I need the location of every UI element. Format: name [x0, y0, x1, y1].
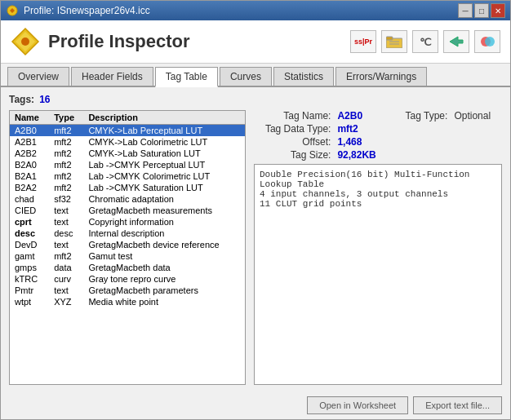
- table-row[interactable]: A2B1mft2CMYK->Lab Colorimetric LUT: [10, 136, 245, 148]
- arrow-button[interactable]: [443, 30, 469, 53]
- col-type: Type: [49, 111, 83, 125]
- cell-name: chad: [10, 193, 49, 205]
- cell-description: Lab ->CMYK Saturation LUT: [83, 182, 245, 193]
- cell-type: mft2: [49, 182, 83, 193]
- cell-name: A2B0: [10, 125, 49, 137]
- cell-type: text: [49, 285, 83, 296]
- table-row[interactable]: CIEDtextGretagMacbeth measurements: [10, 205, 245, 216]
- cell-description: CMYK->Lab Perceptual LUT: [83, 125, 245, 137]
- table-row[interactable]: PmtrtextGretagMacbeth parameters: [10, 285, 245, 296]
- tag-type-value: Optional: [454, 110, 502, 122]
- col-description: Description: [83, 111, 245, 125]
- tag-data-type-value: mft2: [337, 123, 387, 135]
- main-window: Profile: ISnewspaper26v4.icc ─ □ ✕ Profi…: [0, 0, 511, 420]
- table-row[interactable]: B2A2mft2Lab ->CMYK Saturation LUT: [10, 182, 245, 193]
- info-button[interactable]: ℃: [412, 30, 438, 53]
- cell-type: mft2: [49, 125, 83, 137]
- tag-table[interactable]: Name Type Description A2B0mft2CMYK->Lab …: [9, 110, 246, 385]
- content-area: Tags: 16 Name Type Description A2B0mft2C…: [1, 87, 510, 391]
- open-worksheet-button[interactable]: Open in Worksheet: [307, 396, 408, 414]
- table-row[interactable]: gamtmft2Gamut test: [10, 250, 245, 262]
- tag-name-label: Tag Name:: [254, 110, 331, 122]
- cell-name: B2A2: [10, 182, 49, 193]
- cell-type: mft2: [49, 159, 83, 170]
- close-button[interactable]: ✕: [491, 3, 505, 18]
- size-label: Tag Size:: [254, 149, 331, 161]
- tab-header-fields[interactable]: Header Fields: [71, 67, 153, 86]
- cell-name: B2A1: [10, 170, 49, 182]
- cell-type: mft2: [49, 250, 83, 262]
- table-row[interactable]: A2B0mft2CMYK->Lab Perceptual LUT: [10, 125, 245, 137]
- app-title: Profile Inspector: [48, 31, 350, 52]
- cell-type: mft2: [49, 148, 83, 159]
- table-row[interactable]: kTRCcurvGray tone repro curve: [10, 273, 245, 285]
- sspr-button[interactable]: ss|Pr: [350, 30, 376, 53]
- tab-overview[interactable]: Overview: [7, 67, 69, 86]
- table-row[interactable]: B2A0mft2Lab ->CMYK Perceptual LUT: [10, 159, 245, 170]
- cell-description: Chromatic adaptation: [83, 193, 245, 205]
- cell-name: desc: [10, 228, 49, 239]
- window-controls: ─ □ ✕: [458, 3, 505, 18]
- cell-type: text: [49, 205, 83, 216]
- tags-header: Tags: 16: [9, 94, 502, 105]
- table-row[interactable]: B2A1mft2Lab ->CMYK Colorimetric LUT: [10, 170, 245, 182]
- cell-description: Internal description: [83, 228, 245, 239]
- cell-description: Copyright information: [83, 216, 245, 228]
- window-title: Profile: ISnewspaper26v4.icc: [24, 5, 458, 16]
- offset-value: 1,468: [337, 136, 387, 148]
- cell-description: Lab ->CMYK Colorimetric LUT: [83, 170, 245, 182]
- table-row[interactable]: chadsf32Chromatic adaptation: [10, 193, 245, 205]
- cell-description: Gamut test: [83, 250, 245, 262]
- cell-type: sf32: [49, 193, 83, 205]
- tab-tag-table[interactable]: Tag Table: [155, 67, 218, 87]
- cell-name: A2B2: [10, 148, 49, 159]
- app-logo: [11, 27, 40, 56]
- tabs-bar: Overview Header Fields Tag Table Curves …: [1, 64, 510, 87]
- svg-point-10: [485, 37, 495, 46]
- info-grid: Tag Name: A2B0 Tag Type: Optional Tag Da…: [254, 110, 502, 161]
- svg-marker-8: [450, 37, 463, 46]
- maximize-button[interactable]: □: [474, 3, 489, 18]
- folder-button[interactable]: [381, 30, 407, 53]
- cell-description: GretagMacbeth device reference: [83, 239, 245, 250]
- cell-name: gmps: [10, 262, 49, 273]
- tab-errors-warnings[interactable]: Errors/Warnings: [335, 67, 427, 86]
- table-row[interactable]: descdescInternal description: [10, 228, 245, 239]
- cell-description: CMYK->Lab Saturation LUT: [83, 148, 245, 159]
- cell-description: GretagMacbeth measurements: [83, 205, 245, 216]
- cell-name: DevD: [10, 239, 49, 250]
- cell-description: Media white point: [83, 296, 245, 307]
- col-name: Name: [10, 111, 49, 125]
- cell-name: kTRC: [10, 273, 49, 285]
- header: Profile Inspector ss|Pr ℃: [1, 20, 510, 64]
- cell-name: B2A0: [10, 159, 49, 170]
- offset-label: Offset:: [254, 136, 331, 148]
- cell-type: text: [49, 239, 83, 250]
- title-bar: Profile: ISnewspaper26v4.icc ─ □ ✕: [1, 1, 510, 20]
- cell-type: curv: [49, 273, 83, 285]
- tags-label: Tags:: [9, 94, 34, 105]
- svg-rect-5: [386, 37, 393, 40]
- tags-count: 16: [39, 94, 50, 105]
- cell-name: Pmtr: [10, 285, 49, 296]
- cell-type: mft2: [49, 170, 83, 182]
- size-value: 92,82KB: [337, 149, 387, 161]
- minimize-button[interactable]: ─: [458, 3, 473, 18]
- table-row[interactable]: A2B2mft2CMYK->Lab Saturation LUT: [10, 148, 245, 159]
- table-row[interactable]: wtptXYZMedia white point: [10, 296, 245, 307]
- cell-type: desc: [49, 228, 83, 239]
- description-box: Double Precision(16 bit) Multi-Function …: [254, 164, 502, 385]
- table-row[interactable]: cprttextCopyright information: [10, 216, 245, 228]
- bottom-buttons: Open in Worksheet Export text file...: [1, 391, 510, 419]
- tab-statistics[interactable]: Statistics: [273, 67, 334, 86]
- export-button[interactable]: Export text file...: [413, 396, 502, 414]
- svg-point-3: [21, 38, 29, 46]
- cell-description: GretagMacbeth parameters: [83, 285, 245, 296]
- color-button[interactable]: [474, 30, 500, 53]
- tag-type-label: Tag Type:: [394, 110, 448, 122]
- cell-description: CMYK->Lab Colorimetric LUT: [83, 136, 245, 148]
- cell-description: Gray tone repro curve: [83, 273, 245, 285]
- table-row[interactable]: gmpsdataGretagMacbeth data: [10, 262, 245, 273]
- table-row[interactable]: DevDtextGretagMacbeth device reference: [10, 239, 245, 250]
- tab-curves[interactable]: Curves: [220, 67, 272, 86]
